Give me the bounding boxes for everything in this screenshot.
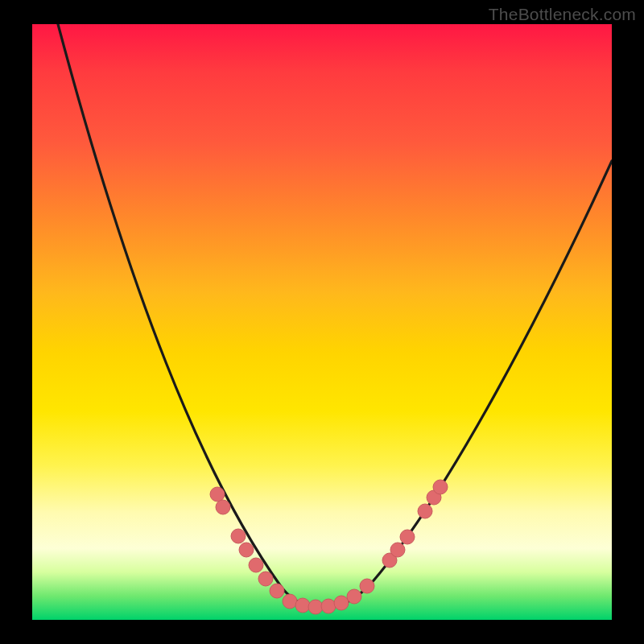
curve-dot (347, 589, 361, 604)
chart-frame: TheBottleneck.com (0, 0, 644, 644)
plot-area (32, 24, 612, 620)
curve-dot (400, 530, 415, 544)
curve-dot (258, 572, 273, 586)
curve-dot (216, 500, 230, 514)
curve-dot (390, 543, 405, 557)
curve-dot (418, 504, 432, 518)
curve-dot (239, 543, 254, 557)
curve-dot (321, 599, 336, 613)
curve-dot (308, 600, 323, 614)
chart-svg (32, 24, 612, 620)
curve-dot (249, 558, 263, 572)
curve-dot (433, 480, 448, 494)
curve-dot (360, 579, 374, 593)
curve-dots (210, 480, 448, 614)
watermark-text: TheBottleneck.com (489, 5, 636, 24)
curve-dot (334, 596, 349, 610)
bottleneck-curve (58, 24, 612, 607)
curve-dot (231, 529, 246, 543)
curve-dot (270, 584, 284, 598)
curve-dot (210, 487, 225, 502)
curve-dot (283, 594, 297, 609)
curve-dot (295, 598, 310, 613)
